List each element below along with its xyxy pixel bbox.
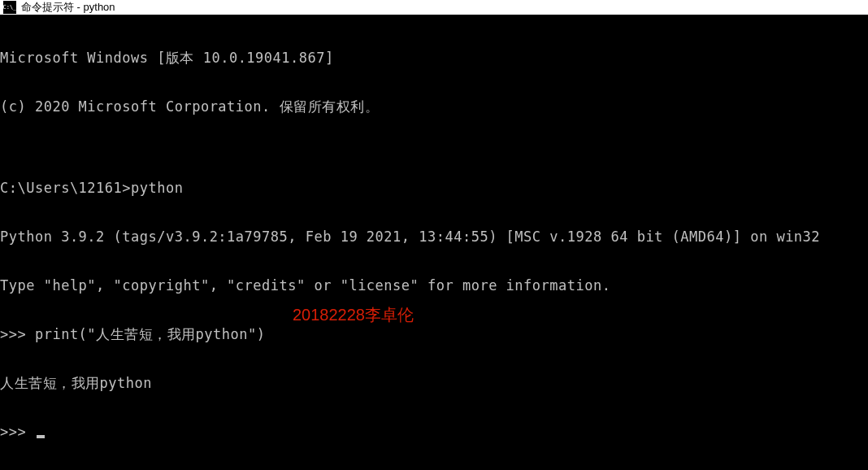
terminal-line: C:\Users\12161>python	[0, 180, 868, 196]
titlebar[interactable]: 命令提示符 - python	[0, 0, 868, 15]
terminal-line: Microsoft Windows [版本 10.0.19041.867]	[0, 50, 868, 66]
terminal-prompt: >>>	[0, 424, 35, 440]
terminal-line: Type "help", "copyright", "credits" or "…	[0, 277, 868, 294]
app-window: 命令提示符 - python Microsoft Windows [版本 10.…	[0, 0, 868, 470]
terminal-line: (c) 2020 Microsoft Corporation. 保留所有权利。	[0, 98, 868, 115]
terminal-line: Python 3.9.2 (tags/v3.9.2:1a79785, Feb 1…	[0, 228, 868, 245]
window-title: 命令提示符 - python	[21, 0, 115, 15]
cmd-icon	[3, 1, 16, 14]
terminal-prompt-line: >>>	[0, 424, 868, 440]
watermark-text: 20182228李卓伦	[293, 307, 414, 323]
terminal-line: >>> print("人生苦短，我用python")	[0, 326, 868, 342]
terminal-line: 人生苦短，我用python	[0, 375, 868, 391]
cursor-icon	[37, 435, 45, 438]
terminal-area[interactable]: Microsoft Windows [版本 10.0.19041.867] (c…	[0, 15, 868, 470]
